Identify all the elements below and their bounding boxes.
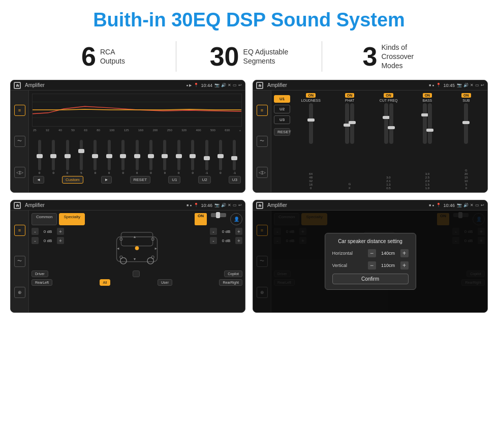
page-title: Buith-in 30EQ DSP Sound System xyxy=(0,0,498,36)
preset-u3[interactable]: U3 xyxy=(274,115,290,124)
vol-minus-2[interactable]: - xyxy=(32,237,39,244)
screen3-time: 10:46 xyxy=(201,203,212,208)
dialog-horizontal-minus[interactable]: − xyxy=(368,249,376,257)
sidebar-wave-icon-2[interactable]: 〜 xyxy=(257,136,268,147)
eq-u3-btn[interactable]: U3 xyxy=(229,176,241,184)
preset-u1[interactable]: U1 xyxy=(274,95,290,103)
svg-text:▲: ▲ xyxy=(133,235,137,239)
slider-1: 0 xyxy=(47,140,59,174)
btn-rearleft[interactable]: RearLeft xyxy=(32,279,52,286)
dialog-vertical-row: Vertical − 110cm + xyxy=(332,261,409,270)
eq-u2-btn[interactable]: U2 xyxy=(198,176,210,184)
vol-val-3: 0 dB xyxy=(219,229,234,234)
speaker-profile-icon[interactable]: 👤 xyxy=(230,213,242,225)
sidebar-wave-icon[interactable]: 〜 xyxy=(14,136,25,147)
screen2-content: ≡ 〜 ◁▷ U1 U2 U3 RESET ON LOUDNESS xyxy=(253,91,487,192)
eq-prev-btn[interactable]: ◄ xyxy=(33,176,44,184)
btn-driver[interactable]: Driver xyxy=(32,271,48,277)
svg-rect-4 xyxy=(121,232,152,246)
vol-minus-1[interactable]: - xyxy=(32,228,39,235)
fader-on-badge: ON xyxy=(195,213,207,225)
status-bar-3: Amplifier ■ ● 📍 10:46 📷🔊✕▭↩ xyxy=(11,200,245,211)
status-icons-4: 📷🔊✕▭↩ xyxy=(457,203,484,207)
screen2-title: Amplifier xyxy=(267,82,427,88)
status-bar-2: Amplifier ■ ● 📍 10:45 📷🔊✕▭↩ xyxy=(253,80,487,91)
vol-plus-2[interactable]: + xyxy=(57,237,64,244)
home-icon-4 xyxy=(256,202,263,209)
crossover-cols: ON LOUDNESS 644832160 ON xyxy=(290,93,485,190)
eq-u1-btn[interactable]: U1 xyxy=(168,176,180,184)
vol-plus-1[interactable]: + xyxy=(57,228,64,235)
dialog-horizontal-row: Horizontal − 140cm + xyxy=(332,249,409,257)
vol-row-1: - 0 dB + xyxy=(32,228,64,235)
sidebar-vol-icon-2[interactable]: ◁▷ xyxy=(257,167,268,178)
col-bass: ON BASS 3.02.52.01.51.0 xyxy=(409,93,446,190)
btn-all[interactable]: All xyxy=(100,279,111,286)
col-cutfreq: ON CUT FREQ 3.02.11.30.5 xyxy=(370,93,407,190)
slider-12: -1 xyxy=(200,140,213,174)
stat-eq: 30 EQ Adjustable Segments xyxy=(176,43,322,70)
btn-copilot[interactable]: Copilot xyxy=(224,271,242,277)
vol-val-4: 0 dB xyxy=(219,238,234,243)
slider-10: 0 xyxy=(172,140,185,174)
slider-11: 0 xyxy=(186,140,199,174)
tab-common[interactable]: Common xyxy=(32,213,57,225)
slider-8: 0 xyxy=(144,140,157,174)
vol-plus-3[interactable]: + xyxy=(235,228,242,235)
confirm-button[interactable]: Confirm xyxy=(332,274,409,284)
sidebar-eq-icon-2[interactable]: ≡ xyxy=(257,105,268,116)
status-icons-3: 📷🔊✕▭↩ xyxy=(214,203,242,207)
dialog-vertical-plus[interactable]: + xyxy=(400,261,409,270)
eq-bottom-controls: ◄ Custom ► RESET U1 U2 U3 xyxy=(32,174,242,184)
dialog-vertical-minus[interactable]: − xyxy=(368,261,376,270)
stats-row: 6 RCA Outputs 30 EQ Adjustable Segments … xyxy=(0,36,498,80)
sidebar-expand-icon-3[interactable]: ⊕ xyxy=(14,287,25,298)
eq-play-btn[interactable]: ► xyxy=(101,176,112,184)
btn-user[interactable]: User xyxy=(158,279,172,286)
vol-minus-4[interactable]: - xyxy=(210,237,217,244)
dialog-horizontal-plus[interactable]: + xyxy=(400,249,409,257)
slider-2: 0 xyxy=(61,140,74,174)
vol-row-4: - 0 dB + xyxy=(210,237,242,244)
sidebar-eq-icon[interactable]: ≡ xyxy=(14,105,25,116)
eq-reset-btn[interactable]: RESET xyxy=(130,176,151,184)
home-icon xyxy=(14,82,21,89)
screen2-time: 10:45 xyxy=(443,83,455,88)
status-bar-1: Amplifier ● ▶ 📍 10:44 📷🔊✕▭↩ xyxy=(11,80,245,91)
speaker-btn-row: Driver Copilot xyxy=(32,271,242,277)
sidebar-wave-icon-3[interactable]: 〜 xyxy=(14,256,25,267)
screen1-content: ≡ 〜 ◁▷ xyxy=(11,91,245,192)
btn-empty xyxy=(133,271,140,277)
crossover-reset[interactable]: RESET xyxy=(274,128,290,136)
screen1-time: 10:44 xyxy=(201,83,212,88)
vol-val-1: 0 dB xyxy=(40,229,55,234)
eq-sliders: 0 0 0 5 0 xyxy=(32,134,242,174)
col-sub: ON SUB G20151050 xyxy=(448,93,485,190)
status-icons-1: 📷🔊✕▭↩ xyxy=(214,83,242,87)
screen-crossover: Amplifier ■ ● 📍 10:45 📷🔊✕▭↩ ≡ 〜 ◁▷ U1 U2… xyxy=(253,80,488,193)
speaker-btn-row-2: RearLeft All User RearRight xyxy=(32,279,242,286)
screen4-content: ≡ 〜 ⊕ Common Specialty ON 👤 xyxy=(253,211,487,312)
screen1-sidebar: ≡ 〜 ◁▷ xyxy=(11,91,29,192)
dialog-title: Car speaker distance setting xyxy=(332,238,409,244)
cutfreq-on: ON xyxy=(384,93,393,98)
tab-specialty[interactable]: Specialty xyxy=(59,213,84,225)
eq-custom-btn[interactable]: Custom xyxy=(62,176,83,184)
sidebar-vol-icon[interactable]: ◁▷ xyxy=(14,167,25,178)
vol-val-2: 0 dB xyxy=(40,238,55,243)
status-bar-4: Amplifier ■ ● 📍 10:46 📷🔊✕▭↩ xyxy=(253,200,487,211)
speaker-main: Common Specialty ON 👤 - 0 dB xyxy=(29,211,245,312)
sidebar-eq-icon-3[interactable]: ≡ xyxy=(14,225,25,236)
screen3-sidebar: ≡ 〜 ⊕ xyxy=(11,211,29,312)
vol-row-3: - 0 dB + xyxy=(210,228,242,235)
screen-dialog: Amplifier ■ ● 📍 10:46 📷🔊✕▭↩ ≡ 〜 ⊕ Common… xyxy=(253,200,488,313)
fader-slider[interactable] xyxy=(211,213,226,217)
eq-main: 25 32 40 50 63 80 100 125 160 200 250 32… xyxy=(29,91,245,192)
svg-text:▼: ▼ xyxy=(133,257,137,261)
dialog-overlay: Car speaker distance setting Horizontal … xyxy=(253,211,487,312)
col-phat: ON PHAT GF xyxy=(331,93,368,190)
preset-u2[interactable]: U2 xyxy=(274,105,290,113)
vol-plus-4[interactable]: + xyxy=(235,237,242,244)
vol-minus-3[interactable]: - xyxy=(210,228,217,235)
btn-rearright[interactable]: RearRight xyxy=(219,279,242,286)
